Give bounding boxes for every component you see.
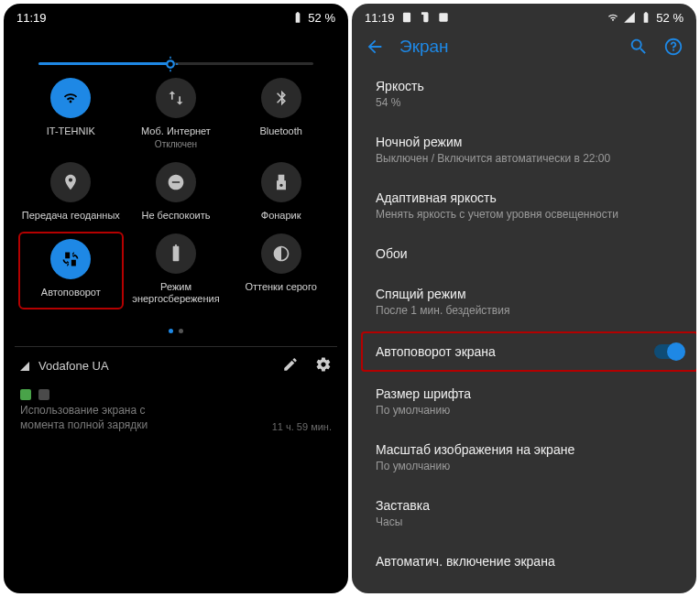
settings-list: Яркость54 %Ночной режимВыключен / Включи… (352, 70, 696, 593)
status-bar: 11:19 52 % (4, 4, 348, 27)
help-button[interactable] (663, 37, 684, 57)
item-title: Адаптивная яркость (376, 190, 682, 205)
tile-label: Автоповорот (41, 287, 101, 298)
item-sub: 54 % (376, 96, 682, 109)
item-sub: После 1 мин. бездействия (376, 304, 682, 317)
item-sub: Менять яркость с учетом уровня освещенно… (376, 208, 682, 221)
settings-item[interactable]: Адаптивная яркостьМенять яркость с учето… (376, 181, 696, 230)
tile-wifi[interactable]: IT-TEHNIK (20, 78, 122, 149)
tile-flash[interactable]: Фонарик (230, 162, 332, 222)
item-title: Обои (376, 246, 682, 261)
tile-label: Передача геоданных (22, 210, 120, 222)
notif-icon-2 (437, 11, 450, 24)
svg-rect-5 (402, 13, 410, 23)
battery-icon (156, 233, 196, 274)
toggle-switch[interactable] (654, 344, 684, 359)
settings-item[interactable]: Автоматич. включение экрана (376, 545, 696, 578)
notif-icon (400, 11, 413, 24)
wifi-icon (607, 11, 619, 24)
item-title: Масштаб изображения на экране (376, 442, 682, 457)
dnd-icon (156, 162, 196, 202)
location-icon (50, 162, 91, 202)
settings-item[interactable]: Обои (376, 237, 696, 270)
quick-settings-panel: 11:19 52 % IT-TEHNIK Моб. Интернет Отклю… (4, 4, 348, 593)
settings-item[interactable]: ЗаставкаЧасы (376, 489, 696, 537)
battery-icon (640, 11, 652, 24)
evernote-icon (419, 11, 432, 24)
settings-item[interactable]: Масштаб изображения на экранеПо умолчани… (376, 433, 696, 482)
tile-location[interactable]: Передача геоданных (20, 162, 122, 222)
back-button[interactable] (365, 37, 385, 57)
tile-gray[interactable]: Оттенки серого (230, 233, 332, 308)
display-settings-screen: 11:19 52 % Экран Яркость54 %Ночной режим… (352, 4, 696, 593)
status-time: 11:19 (16, 11, 47, 25)
edit-button[interactable] (282, 356, 299, 376)
item-title: Автоматич. включение экрана (376, 554, 682, 569)
wifi-icon (50, 78, 91, 118)
tile-label: IT-TEHNIK (47, 125, 95, 137)
settings-item[interactable]: Спящий режимПосле 1 мин. бездействия (376, 277, 696, 326)
tile-bt[interactable]: Bluetooth (230, 78, 332, 149)
item-sub: Выключен / Включится автоматически в 22:… (376, 152, 682, 165)
item-sub: По умолчанию (376, 404, 682, 417)
app-icon-2 (38, 389, 49, 400)
item-sub: По умолчанию (376, 460, 682, 472)
settings-item[interactable]: Яркость54 % (376, 70, 696, 118)
tile-dnd[interactable]: Не беспокоить (126, 162, 227, 222)
tile-label: Фонарик (261, 210, 301, 222)
item-sub: Часы (376, 516, 682, 528)
signal-icon (623, 11, 636, 24)
tile-sublabel: Отключен (155, 139, 197, 149)
notification-text: Использование экрана с момента полной за… (20, 404, 148, 432)
tile-label: Bluetooth (259, 125, 301, 137)
notification-time: 11 ч. 59 мин. (272, 421, 332, 432)
notification-card[interactable]: Использование экрана с момента полной за… (15, 385, 337, 445)
tile-rotate[interactable]: Автоповорот (20, 233, 122, 308)
tile-label: Оттенки серого (245, 281, 316, 293)
app-icon (20, 389, 31, 400)
item-title: Ночной режим (376, 135, 682, 149)
brightness-thumb-icon[interactable] (162, 56, 179, 72)
svg-point-0 (167, 60, 174, 68)
svg-rect-6 (439, 13, 447, 21)
swap-icon (156, 78, 196, 118)
page-indicator (15, 320, 337, 337)
item-title: Яркость (376, 79, 682, 93)
tile-label: Моб. Интернет (141, 125, 211, 137)
settings-item[interactable]: Автоповорот экрана (363, 333, 696, 370)
status-bar: 11:19 52 % (352, 4, 696, 27)
item-title: Автоповорот экрана (376, 344, 496, 359)
item-title: Спящий режим (376, 287, 682, 301)
bluetooth-icon (261, 78, 301, 118)
status-battery: 52 % (656, 11, 684, 25)
contrast-icon (261, 233, 301, 274)
tile-label: Режим энергосбережения (126, 281, 227, 304)
tile-label: Не беспокоить (142, 210, 211, 222)
signal-icon (20, 362, 29, 371)
brightness-slider[interactable] (15, 35, 337, 78)
settings-item[interactable]: Ночной режимВыключен / Включится автомат… (376, 125, 696, 174)
flash-icon (261, 162, 301, 202)
status-battery: 52 % (308, 11, 335, 25)
battery-icon (291, 11, 304, 24)
footer-row: Vodafone UA (15, 353, 337, 380)
tile-grid: IT-TEHNIK Моб. Интернет Отключен Bluetoo… (15, 78, 337, 308)
rotate-icon (50, 239, 91, 279)
settings-item[interactable]: Размер шрифтаПо умолчанию (376, 377, 696, 426)
item-title: Заставка (376, 498, 682, 513)
status-time: 11:19 (365, 11, 395, 25)
search-button[interactable] (629, 37, 649, 57)
tile-mobile[interactable]: Моб. Интернет Отключен (126, 78, 227, 149)
carrier-label: Vodafone UA (38, 359, 109, 373)
app-bar: Экран (352, 27, 696, 70)
item-title: Размер шрифта (376, 386, 682, 401)
page-title: Экран (399, 37, 614, 57)
tile-battery[interactable]: Режим энергосбережения (126, 233, 227, 308)
settings-button[interactable] (315, 356, 332, 376)
